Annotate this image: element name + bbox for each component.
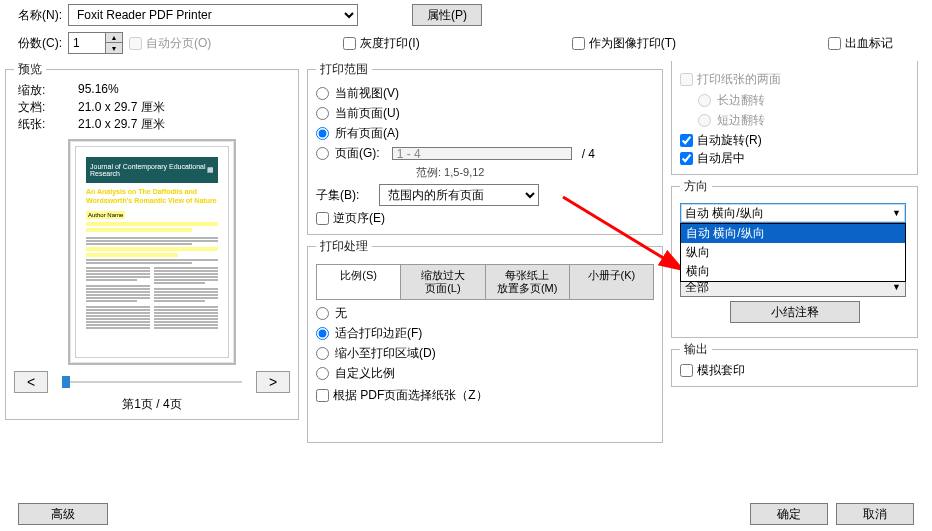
current-view-radio[interactable] <box>316 87 329 100</box>
as-image-checkbox[interactable] <box>572 37 585 50</box>
properties-button[interactable]: 属性(P) <box>412 4 482 26</box>
handling-fieldset: 打印处理 比例(S) 缩放过大 页面(L) 每张纸上 放置多页(M) 小册子(K… <box>307 238 663 443</box>
pages-input[interactable] <box>392 147 572 160</box>
scale-shrink-radio[interactable] <box>316 347 329 360</box>
orientation-option-portrait[interactable]: 纵向 <box>681 243 905 262</box>
orientation-option-auto[interactable]: 自动 横向/纵向 <box>681 224 905 243</box>
chevron-down-icon: ▼ <box>892 208 901 218</box>
short-edge-radio <box>698 114 711 127</box>
as-image-label: 作为图像打印(T) <box>589 35 676 52</box>
output-legend: 输出 <box>680 341 712 358</box>
tab-multi[interactable]: 每张纸上 放置多页(M) <box>486 265 570 299</box>
bleed-label: 出血标记 <box>845 35 893 52</box>
spinner-down[interactable]: ▼ <box>106 43 122 53</box>
range-legend: 打印范围 <box>316 61 372 78</box>
range-fieldset: 打印范围 当前视图(V) 当前页面(U) 所有页面(A) 页面(G): / 4 … <box>307 61 663 235</box>
tab-scale[interactable]: 比例(S) <box>317 265 401 299</box>
orientation-option-landscape[interactable]: 横向 <box>681 262 905 281</box>
tab-booklet[interactable]: 小册子(K) <box>570 265 653 299</box>
cancel-button[interactable]: 取消 <box>836 503 914 525</box>
ok-button[interactable]: 确定 <box>750 503 828 525</box>
collate-label: 自动分页(O) <box>146 35 211 52</box>
zoom-label: 缩放: <box>18 82 68 99</box>
paper-size: 21.0 x 29.7 厘米 <box>78 116 165 133</box>
scale-custom-radio[interactable] <box>316 367 329 380</box>
pages-total: / 4 <box>582 147 595 161</box>
doc-size: 21.0 x 29.7 厘米 <box>78 99 165 116</box>
preview-thumbnail: Journal of Contemporary Educational Rese… <box>68 139 236 365</box>
handling-tabs: 比例(S) 缩放过大 页面(L) 每张纸上 放置多页(M) 小册子(K) <box>316 264 654 300</box>
choose-by-page-checkbox[interactable] <box>316 389 329 402</box>
summarize-button[interactable]: 小结注释 <box>730 301 860 323</box>
orientation-select[interactable]: 自动 横向/纵向 ▼ <box>680 203 906 223</box>
prev-page-button[interactable]: < <box>14 371 48 393</box>
all-pages-radio[interactable] <box>316 127 329 140</box>
pages-example: 范例: 1,5-9,12 <box>416 165 654 180</box>
spinner-up[interactable]: ▲ <box>106 33 122 43</box>
doc-label: 文档: <box>18 99 68 116</box>
printer-select[interactable]: Foxit Reader PDF Printer <box>68 4 358 26</box>
chevron-down-icon: ▼ <box>892 282 901 292</box>
scale-fit-radio[interactable] <box>316 327 329 340</box>
preview-legend: 预览 <box>14 61 46 78</box>
auto-rotate-checkbox[interactable] <box>680 134 693 147</box>
handling-legend: 打印处理 <box>316 238 372 255</box>
output-fieldset: 输出 模拟套印 <box>671 341 918 387</box>
preview-fieldset: 预览 缩放:95.16% 文档:21.0 x 29.7 厘米 纸张:21.0 x… <box>5 61 299 420</box>
paper-fieldset: 打印纸张的两面 长边翻转 短边翻转 自动旋转(R) 自动居中 <box>671 61 918 175</box>
copies-spinner[interactable]: ▲ ▼ <box>68 32 123 54</box>
current-page-radio[interactable] <box>316 107 329 120</box>
next-page-button[interactable]: > <box>256 371 290 393</box>
copies-input[interactable] <box>69 33 105 53</box>
bleed-checkbox[interactable] <box>828 37 841 50</box>
paper-label: 纸张: <box>18 116 68 133</box>
orientation-dropdown-list: 自动 横向/纵向 纵向 横向 <box>680 223 906 282</box>
page-indicator: 第1页 / 4页 <box>14 396 290 413</box>
copies-label: 份数(C): <box>18 35 62 52</box>
grayscale-checkbox[interactable] <box>343 37 356 50</box>
long-edge-radio <box>698 94 711 107</box>
both-sides-checkbox <box>680 73 693 86</box>
orientation-legend: 方向 <box>680 178 712 195</box>
grayscale-label: 灰度打印(I) <box>360 35 419 52</box>
scale-none-radio[interactable] <box>316 307 329 320</box>
subset-select[interactable]: 范围内的所有页面 <box>379 184 539 206</box>
auto-center-checkbox[interactable] <box>680 152 693 165</box>
subset-label: 子集(B): <box>316 187 359 204</box>
orientation-fieldset: 方向 自动 横向/纵向 ▼ 自动 横向/纵向 纵向 横向 全部 ▼ 小结注释 <box>671 178 918 338</box>
zoom-value: 95.16% <box>78 82 119 99</box>
page-slider[interactable] <box>62 381 242 383</box>
name-label: 名称(N): <box>18 7 62 24</box>
reverse-checkbox[interactable] <box>316 212 329 225</box>
collate-checkbox <box>129 37 142 50</box>
simulate-checkbox[interactable] <box>680 364 693 377</box>
advanced-button[interactable]: 高级 <box>18 503 108 525</box>
pages-radio[interactable] <box>316 147 329 160</box>
tab-tile[interactable]: 缩放过大 页面(L) <box>401 265 485 299</box>
